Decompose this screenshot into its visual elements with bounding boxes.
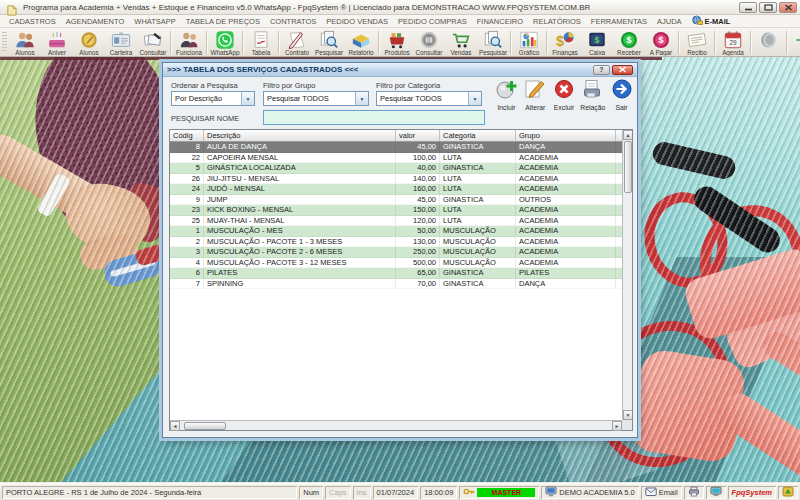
toolbar-button-funciona[interactable]: Funciona	[173, 29, 205, 56]
toolbar-button-pesquisar[interactable]: Pesquisar	[313, 29, 345, 56]
app-window: Programa para Academia + Vendas + Estoqu…	[0, 0, 800, 500]
table-cell: 1	[170, 226, 204, 236]
menu-item-pedido-compras[interactable]: PEDIDO COMPRAS	[393, 17, 472, 26]
table-row[interactable]: 26JIU-JITSU - MENSAL140,00LUTAACADEMIA	[170, 174, 622, 185]
table-row[interactable]: 25MUAY-THAI - MENSAL120,00LUTAACADEMIA	[170, 216, 622, 227]
menu-item-agendamento[interactable]: AGENDAMENTO	[61, 17, 130, 26]
dialog-titlebar[interactable]: >>> TABELA DOS SERVIÇOS CADASTRADOS <<< …	[163, 63, 637, 77]
alterar-button[interactable]: Alterar	[522, 78, 549, 112]
table-row[interactable]: 6PILATES65,00GINASTICAPILATES	[170, 268, 622, 279]
close-button[interactable]	[779, 2, 797, 13]
minimize-button[interactable]	[739, 2, 757, 13]
table-row[interactable]: 1MUSCULAÇÃO - MES50,00MUSCULAÇÃOACADEMIA	[170, 226, 622, 237]
scroll-left-icon[interactable]: ◄	[170, 421, 180, 431]
horizontal-scroll-thumb[interactable]	[184, 422, 226, 430]
table-row[interactable]: 23KICK BOXING - MENSAL150,00LUTAACADEMIA	[170, 205, 622, 216]
table-cell: ACADEMIA	[516, 237, 616, 247]
scroll-down-icon[interactable]: ▼	[623, 410, 632, 420]
column-header-valor[interactable]: valor	[396, 130, 440, 141]
sair-button[interactable]: Sair	[608, 78, 635, 112]
rela-o-button[interactable]: Relação	[579, 78, 606, 112]
toolbar-button-consultar[interactable]: Consultar	[137, 29, 169, 56]
menu-item-e-mail[interactable]: E-MAIL	[687, 15, 736, 27]
toolbar-button-alunos[interactable]: Alunos	[9, 29, 41, 56]
table-cell: CAPOEIRA MENSAL	[204, 153, 396, 163]
menu-item-financeiro[interactable]: FINANCEIRO	[472, 17, 528, 26]
menu-item-ajuda[interactable]: AJUDA	[652, 17, 687, 26]
toolbar-button-consultar[interactable]: Consultar	[413, 29, 445, 56]
toolbar-button-alunos[interactable]: Alunos	[73, 29, 105, 56]
menu-item-relat-rios[interactable]: RELATÓRIOS	[528, 17, 586, 26]
table-row[interactable]: 2MUSCULAÇÃO - PACOTE 1 - 3 MESES130,00MU…	[170, 237, 622, 248]
toolbar-button-tabela[interactable]: Tabela	[245, 29, 277, 56]
chevron-down-icon[interactable]: ▼	[355, 92, 368, 105]
scroll-right-icon[interactable]: ►	[612, 421, 622, 431]
menu-item-ferramentas[interactable]: FERRAMENTAS	[586, 17, 652, 26]
grid-header: CódigDescriçãovalorCategoriaGrupo	[170, 130, 622, 142]
toolbar-button-gr-fico[interactable]: Gráfico	[513, 29, 545, 56]
table-cell: MUSCULAÇÃO	[440, 237, 516, 247]
toolbar-button-label: WhatsApp	[210, 49, 239, 56]
filter-dropdown-ordenar-a-pesquisa[interactable]: Por Descrição▼	[171, 91, 255, 106]
toolbar-button-a-pagar[interactable]: $A Pagar	[645, 29, 677, 56]
toolbar-button-carteira[interactable]: Carteira	[105, 29, 137, 56]
chevron-down-icon[interactable]: ▼	[241, 92, 254, 105]
toolbar-button-finan-as[interactable]: $Finanças	[549, 29, 581, 56]
chart-icon	[518, 30, 540, 49]
filter-dropdown-filtro-por-categoria[interactable]: Pesquisar TODOS▼	[376, 91, 482, 106]
table-row[interactable]: 7SPINNING70,00GINASTICADANÇA	[170, 279, 622, 290]
toolbar-button-relat-rio[interactable]: Relatório	[345, 29, 377, 56]
toolbar-button-contrato[interactable]: Contrato	[281, 29, 313, 56]
column-header-categoria[interactable]: Categoria	[440, 130, 516, 141]
status-master-badge: MASTER	[477, 488, 535, 497]
column-header-c-dig[interactable]: Códig	[170, 130, 204, 141]
filter-dropdown-filtro-por-grupo[interactable]: Pesquisar TODOS▼	[263, 91, 369, 106]
table-row[interactable]: 24JUDÔ - MENSAL160,00LUTAACADEMIA	[170, 184, 622, 195]
toolbar-button-aniver[interactable]: Aniver	[41, 29, 73, 56]
toolbar-button-caixa[interactable]: $Caixa	[581, 29, 613, 56]
excluir-button[interactable]: Excluir	[551, 78, 578, 112]
toolbar-button-recibo[interactable]: Recibo	[681, 29, 713, 56]
chevron-down-icon[interactable]: ▼	[468, 92, 481, 105]
toolbar-button-exit-door[interactable]	[789, 29, 800, 56]
column-header-grupo[interactable]: Grupo	[516, 130, 616, 141]
table-row[interactable]: 4MUSCULAÇÃO - PACOTE 3 - 12 MESES500,00M…	[170, 258, 622, 269]
search-input[interactable]	[263, 110, 485, 125]
status-text: 01/07/2024	[377, 488, 415, 497]
dialog-help-button[interactable]: ?	[593, 65, 610, 75]
menu-item-pedido-vendas[interactable]: PEDIDO VENDAS	[321, 17, 393, 26]
menu-item-whatsapp[interactable]: WHATSAPP	[129, 17, 181, 26]
table-row[interactable]: 8AULA DE DANÇA45,00GINASTICADANÇA	[170, 142, 622, 153]
incluir-button[interactable]: Incluir	[493, 78, 520, 112]
toolbar-button-whatsapp[interactable]: WhatsApp	[209, 29, 241, 56]
toolbar-button-label: Relatório	[348, 49, 373, 56]
table-row[interactable]: 9JUMP45,00GINASTICAOUTROS	[170, 195, 622, 206]
maximize-button[interactable]	[759, 2, 777, 13]
menu-item-tabela-de-pre-os[interactable]: TABELA DE PREÇOS	[181, 17, 265, 26]
key-icon	[463, 486, 475, 499]
column-header-descri-o[interactable]: Descrição	[204, 130, 396, 141]
toolbar-button-produtos[interactable]: Produtos	[381, 29, 413, 56]
vertical-scrollbar[interactable]: ▲ ▼	[622, 130, 632, 420]
vertical-scroll-thumb[interactable]	[624, 141, 632, 193]
table-cell: ACADEMIA	[516, 247, 616, 257]
horizontal-scrollbar[interactable]: ◄ ►	[170, 420, 622, 430]
dialog-close-button[interactable]	[612, 65, 633, 75]
table-row[interactable]: 22CAPOEIRA MENSAL100,00LUTAACADEMIA	[170, 153, 622, 164]
toolbar-button-vendas[interactable]: Vendas	[445, 29, 477, 56]
action-button-label: Alterar	[525, 104, 545, 112]
toolbar-button-agenda[interactable]: 29Agenda	[717, 29, 749, 56]
menu-item-contratos[interactable]: CONTRATOS	[265, 17, 321, 26]
menu-item-cadastros[interactable]: CADASTROS	[4, 17, 61, 26]
table-row[interactable]: 3MUSCULAÇÃO - PACOTE 2 - 6 MESES250,00MU…	[170, 247, 622, 258]
table-row[interactable]: 5GINÁSTICA LOCALIZADA40,00GINASTICAACADE…	[170, 163, 622, 174]
report-icon	[581, 78, 605, 104]
table-cell: 250,00	[396, 247, 440, 257]
search-docs-icon	[318, 30, 340, 49]
scroll-up-icon[interactable]: ▲	[623, 130, 632, 140]
table-cell: DANÇA	[516, 142, 616, 152]
toolbar-button-receber[interactable]: $Receber	[613, 29, 645, 56]
table-cell: 3	[170, 247, 204, 257]
toolbar-button-pesquisar[interactable]: Pesquisar	[477, 29, 509, 56]
toolbar-button-silver-coin[interactable]	[753, 29, 785, 56]
